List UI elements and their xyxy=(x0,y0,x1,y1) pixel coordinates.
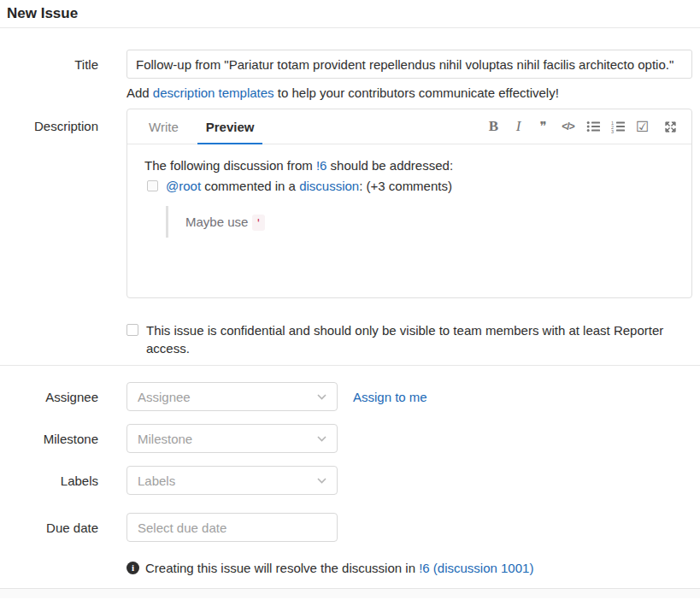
assignee-dropdown[interactable]: Assignee xyxy=(126,382,338,411)
assign-to-me-link[interactable]: Assign to me xyxy=(353,390,427,404)
inline-link[interactable]: !6 xyxy=(316,158,327,173)
chevron-down-icon xyxy=(317,436,326,442)
milestone-dropdown-value: Milestone xyxy=(138,432,192,446)
confidential-row: This issue is confidential and should on… xyxy=(126,321,700,357)
footer-bar xyxy=(0,588,700,598)
inline-link[interactable]: discussion xyxy=(299,179,359,193)
bullet-list-icon[interactable] xyxy=(585,109,600,144)
resolve-note: i Creating this issue will resolve the d… xyxy=(126,561,700,575)
markdown-preview: The following discussion from !6 should … xyxy=(127,144,691,297)
inline-link[interactable]: description templates xyxy=(153,85,274,100)
page-title: New Issue xyxy=(7,5,700,22)
milestone-row: Milestone Milestone xyxy=(0,424,700,453)
labels-row: Labels Labels xyxy=(0,466,700,495)
title-row: Title xyxy=(0,50,700,79)
labels-dropdown-value: Labels xyxy=(138,474,175,488)
task-list-icon[interactable]: ☑ xyxy=(635,109,650,144)
due-date-label: Due date xyxy=(0,521,98,535)
bold-icon[interactable]: B xyxy=(486,109,501,144)
confidential-checkbox[interactable] xyxy=(126,324,138,336)
markdown-toolbar: B I ❞ </> 1 2 xyxy=(476,109,678,144)
chevron-down-icon xyxy=(317,394,326,400)
fullscreen-icon[interactable] xyxy=(663,109,678,144)
resolve-note-text: Creating this issue will resolve the dis… xyxy=(145,561,533,575)
quote-icon[interactable]: ❞ xyxy=(536,109,550,144)
inline-link[interactable]: @root xyxy=(166,179,201,193)
section-divider xyxy=(0,365,700,366)
description-label: Description xyxy=(0,109,98,133)
markdown-editor-header: Write Preview B I ❞ </> xyxy=(127,109,691,144)
description-row: Description Write Preview B I ❞ </> xyxy=(0,109,700,298)
labels-label: Labels xyxy=(0,474,98,488)
title-help-text: Add description templates to help your c… xyxy=(126,85,700,100)
inline-code: ' xyxy=(252,215,266,231)
italic-icon[interactable]: I xyxy=(511,109,526,144)
title-input[interactable] xyxy=(126,50,692,79)
chevron-down-icon xyxy=(317,478,326,484)
page-header: New Issue xyxy=(0,0,700,28)
confidential-label: This issue is confidential and should on… xyxy=(146,321,692,357)
markdown-editor: Write Preview B I ❞ </> xyxy=(126,109,692,298)
milestone-dropdown[interactable]: Milestone xyxy=(126,424,338,453)
preview-task-text: @root commented in a discussion: (+3 com… xyxy=(166,179,452,193)
task-checkbox xyxy=(147,180,158,191)
preview-intro: The following discussion from !6 should … xyxy=(144,158,674,173)
assignee-dropdown-value: Assignee xyxy=(138,390,191,404)
assignee-row: Assignee Assignee Assign to me xyxy=(0,382,700,411)
numbered-list-icon[interactable]: 1 2 3 xyxy=(610,109,625,144)
labels-dropdown[interactable]: Labels xyxy=(126,466,338,495)
due-date-row: Due date xyxy=(0,513,700,542)
info-icon: i xyxy=(126,562,139,574)
tab-preview[interactable]: Preview xyxy=(197,109,263,144)
assignee-label: Assignee xyxy=(0,390,98,404)
preview-blockquote: Maybe use ' xyxy=(166,206,674,238)
title-label: Title xyxy=(0,57,98,72)
milestone-label: Milestone xyxy=(0,432,98,446)
due-date-input[interactable] xyxy=(126,513,338,542)
tab-write[interactable]: Write xyxy=(140,109,187,144)
code-icon[interactable]: </> xyxy=(561,109,575,144)
preview-task-item: @root commented in a discussion: (+3 com… xyxy=(144,179,674,193)
svg-text:3: 3 xyxy=(611,129,614,134)
inline-link[interactable]: !6 (discussion 1001) xyxy=(419,561,533,575)
